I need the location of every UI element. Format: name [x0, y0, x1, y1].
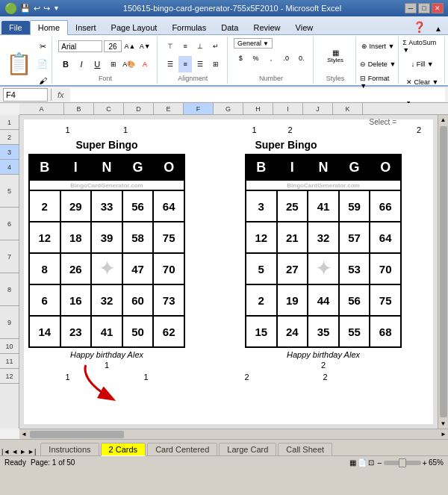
- format-painter-button[interactable]: 🖌: [34, 72, 51, 89]
- row-header-2[interactable]: 2: [0, 130, 19, 145]
- row-header-10[interactable]: 10: [0, 339, 19, 354]
- number-format-dropdown[interactable]: ▼: [263, 40, 269, 47]
- comma-button[interactable]: ,: [264, 50, 278, 66]
- sheet-tab-instructions[interactable]: Instructions: [40, 443, 99, 455]
- align-right-button[interactable]: ☰: [193, 56, 207, 72]
- align-top-button[interactable]: ⊤: [164, 38, 177, 55]
- align-middle-button[interactable]: ≡: [178, 38, 192, 55]
- number-group: General ▼ $ % , .0 0. Number: [229, 37, 314, 84]
- zoom-in-button[interactable]: +: [423, 458, 427, 467]
- styles-button[interactable]: ▦ Styles: [317, 38, 354, 73]
- close-button[interactable]: ✕: [432, 3, 444, 13]
- increase-decimal-button[interactable]: .0: [279, 50, 293, 66]
- row-header-8[interactable]: 8: [0, 273, 19, 306]
- minimize-ribbon-icon[interactable]: ▲: [430, 23, 447, 34]
- row-header-9[interactable]: 9: [0, 306, 19, 339]
- row-header-7[interactable]: 7: [0, 240, 19, 273]
- quick-access-dropdown[interactable]: ▼: [53, 4, 60, 12]
- view-normal-icon[interactable]: ▦: [349, 458, 356, 467]
- align-bottom-button[interactable]: ⊥: [193, 38, 207, 55]
- tab-formulas[interactable]: Formulas: [164, 21, 214, 34]
- cell-1-r3-free: ✦: [91, 253, 122, 284]
- row-header-4[interactable]: 4: [0, 160, 19, 175]
- italic-button[interactable]: I: [75, 56, 89, 72]
- sheet-nav-last[interactable]: ►|: [28, 448, 36, 455]
- bold-button[interactable]: B: [58, 56, 72, 72]
- maximize-button[interactable]: □: [418, 3, 430, 13]
- align-left-button[interactable]: ☰: [164, 56, 177, 72]
- tab-data[interactable]: Data: [214, 21, 246, 34]
- tab-insert[interactable]: Insert: [68, 21, 104, 34]
- row-header-12[interactable]: 12: [0, 369, 19, 384]
- decrease-decimal-button[interactable]: 0.: [294, 50, 308, 66]
- border-button[interactable]: ⊞: [106, 56, 120, 72]
- col-header-J[interactable]: J: [303, 103, 333, 114]
- sheet-tab-call-sheet[interactable]: Call Sheet: [278, 443, 332, 455]
- minimize-button[interactable]: ─: [405, 3, 417, 13]
- col-header-E[interactable]: E: [154, 103, 184, 114]
- col-header-I[interactable]: I: [273, 103, 303, 114]
- sheet-nav-prev[interactable]: ◄: [11, 448, 18, 455]
- watermark-2: BingoCardGenerator.com: [246, 180, 401, 190]
- view-breaks-icon[interactable]: ⊡: [368, 458, 374, 467]
- col-header-C[interactable]: C: [94, 103, 124, 114]
- help-icon[interactable]: ❓: [408, 19, 430, 34]
- fill-button[interactable]: ↓ Fill ▼: [402, 56, 443, 72]
- font-color-button[interactable]: A: [137, 56, 152, 72]
- sheet-tab-large-card[interactable]: Large Card: [219, 443, 276, 455]
- formula-input[interactable]: [70, 88, 445, 102]
- sheet-tab-card-centered[interactable]: Card Centered: [147, 443, 217, 455]
- delete-button[interactable]: ⊖ Delete ▼: [359, 56, 396, 72]
- decrease-font-button[interactable]: A▼: [138, 38, 152, 55]
- row-header-3[interactable]: 3: [0, 145, 19, 160]
- merge-button[interactable]: ⊞: [209, 56, 223, 72]
- align-center-button[interactable]: ≡: [178, 56, 192, 72]
- styles-label: Styles: [326, 73, 345, 82]
- tab-review[interactable]: Review: [246, 21, 287, 34]
- sheet-tab-2cards[interactable]: 2 Cards: [101, 443, 146, 456]
- copy-button[interactable]: 📄: [34, 55, 51, 72]
- col-header-K[interactable]: K: [333, 103, 363, 114]
- horizontal-scrollbar[interactable]: ◄ ►: [19, 429, 448, 439]
- row-header-11[interactable]: 11: [0, 354, 19, 369]
- tab-page-layout[interactable]: Page Layout: [104, 21, 165, 34]
- quick-access-save[interactable]: 💾: [20, 4, 31, 13]
- row-header-1[interactable]: 1: [0, 115, 19, 130]
- wrap-text-button[interactable]: ↵: [209, 38, 223, 55]
- col-header-A[interactable]: A: [19, 103, 64, 114]
- cell-1-r1-n: 33: [91, 190, 122, 222]
- quick-access-undo[interactable]: ↩: [34, 4, 40, 13]
- zoom-level: 65%: [429, 458, 444, 467]
- name-box[interactable]: F4: [3, 88, 48, 102]
- font-name-box[interactable]: Arial: [58, 40, 102, 52]
- percent-button[interactable]: %: [249, 50, 262, 66]
- row-header-5[interactable]: 5: [0, 175, 19, 208]
- cell-r1-card1: 1: [28, 122, 107, 137]
- quick-access-redo[interactable]: ↪: [43, 4, 50, 13]
- cut-button[interactable]: ✂: [34, 38, 51, 55]
- sum-button[interactable]: Σ AutoSum ▼: [402, 38, 443, 55]
- sheet-nav-first[interactable]: |◄: [1, 448, 10, 455]
- cell-1-r2-i: 18: [60, 222, 92, 253]
- font-size-box[interactable]: 26: [104, 40, 121, 52]
- view-layout-icon[interactable]: 📄: [358, 458, 367, 467]
- col-header-D[interactable]: D: [124, 103, 154, 114]
- fill-color-button[interactable]: A🎨: [122, 56, 136, 72]
- tab-file[interactable]: File: [1, 21, 30, 34]
- insert-button[interactable]: ⊕ Insert ▼: [359, 38, 396, 55]
- col-header-G[interactable]: G: [214, 103, 243, 114]
- paste-button[interactable]: 📋: [4, 44, 34, 83]
- underline-button[interactable]: U: [90, 56, 105, 72]
- tab-view[interactable]: View: [288, 21, 321, 34]
- zoom-out-button[interactable]: −: [377, 458, 382, 467]
- col-header-F[interactable]: F: [184, 103, 214, 114]
- increase-font-button[interactable]: A▲: [123, 38, 137, 55]
- sheet-nav-next[interactable]: ►: [19, 448, 26, 455]
- currency-button[interactable]: $: [234, 50, 247, 66]
- vertical-scrollbar[interactable]: ▲ ▼: [438, 115, 448, 429]
- row-header-6[interactable]: 6: [0, 208, 19, 240]
- col-header-B[interactable]: B: [64, 103, 94, 114]
- zoom-slider[interactable]: [384, 461, 421, 465]
- col-header-H[interactable]: H: [243, 103, 273, 114]
- tab-home[interactable]: Home: [30, 20, 68, 35]
